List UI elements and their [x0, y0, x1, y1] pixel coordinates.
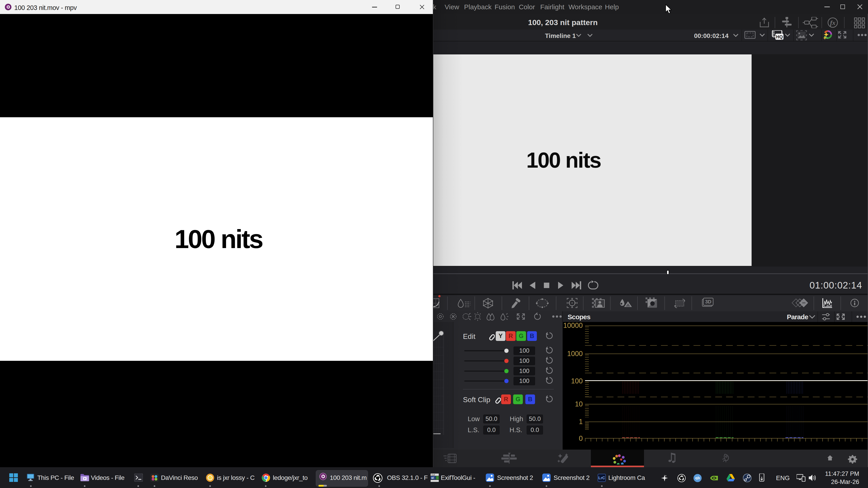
svg-text:Exif: Exif: [432, 474, 435, 476]
svg-text:fx: fx: [830, 19, 835, 26]
svg-text:ui: ui: [431, 476, 434, 480]
svg-text:3D: 3D: [705, 299, 712, 304]
svg-text:HQ: HQ: [776, 34, 783, 39]
